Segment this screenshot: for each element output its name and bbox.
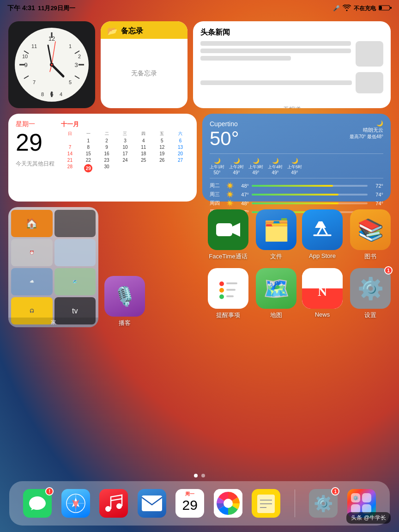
cal-cell: 19 [153,151,171,157]
applib-cell-2 [362,493,371,502]
weather-hourly: 🌙上午1时50°🌙上午2时49°🌙上午3时49°🌙上午4时49°🌙上午5时49° [210,153,383,175]
podcast-app-area: 🎙️ 播客 [104,207,145,327]
apps-grid-1: FaceTime通话 🗂️ 文件 [208,207,296,327]
weather-hour-item: 🌙上午4时49° [268,158,283,175]
svg-text:N: N [318,284,327,299]
cal-cell: 2 [98,138,116,144]
cal-cell: 21 [61,157,79,163]
music-dock-icon [99,489,128,518]
status-bar: 下午 4:31 11月29日周一 🎤 不在充电 [0,0,399,17]
files-label: 文件 [270,252,282,261]
app-news[interactable]: N News [302,268,343,319]
widget-calendar[interactable]: 星期一 29 今天无其他日程 十一月 日一二三四五六12345678910111… [8,114,197,202]
cal-header: 六 [171,130,189,137]
day-lo: 48° [237,183,249,189]
settings-icon-glyph: ⚙️ [357,276,384,301]
status-date: 11月29日周一 [38,4,75,12]
cal-cell: 7 [61,144,79,150]
svg-rect-1 [379,6,382,10]
dot-1[interactable] [194,474,198,477]
cal-cell [61,138,79,144]
appstore-svg [310,218,334,242]
app-books[interactable]: 📚 图书 [350,209,391,261]
svg-point-36 [219,294,224,299]
news-line-2 [200,49,351,53]
hour-temp: 49° [268,170,283,175]
app-files[interactable]: 🗂️ 文件 [256,209,296,261]
status-time: 下午 4:31 [7,4,35,12]
day-bar-container [252,185,368,187]
dock-cal-day: 29 [182,497,198,513]
dot-2[interactable] [201,474,205,477]
svg-rect-30 [216,223,232,236]
svg-text:6: 6 [50,91,53,98]
cal-header: 日 [61,130,79,137]
dock-app-safari[interactable] [61,489,90,518]
weather-temp: 50° [210,128,239,150]
row-3: 🏠 ⏰ ☁️ 🗺️ 🎧 tv 家 🎙️ 播客 [8,207,391,327]
cal-cell: 24 [116,157,134,163]
day-bar-container [252,202,368,204]
settings2-badge: 1 [331,487,339,495]
screenshot-widget[interactable]: 🏠 ⏰ ☁️ 🗺️ 🎧 tv 家 [8,207,98,327]
svg-text:7: 7 [33,79,36,85]
clock-svg: 12 3 6 9 1 2 5 11 10 7 4 8 [15,28,89,102]
facetime-svg [216,221,241,238]
app-maps[interactable]: 🗺️ 地图 [256,268,296,319]
day-lo: 48° [237,201,249,206]
weather-hour-item: 🌙上午2时49° [229,158,244,175]
hour-time: 上午3时 [248,164,263,170]
widget-news[interactable]: 头条新闻 无报道 [193,21,391,108]
dock-app-calendar[interactable]: 周一 29 [175,489,204,518]
status-left: 下午 4:31 11月29日周一 [7,4,75,12]
settings-icon: ⚙️ 1 [350,268,391,309]
cal-cell: 10 [116,144,134,150]
notes-folder-icon: 📂 [107,26,117,36]
dock-app-settings2[interactable]: ⚙️ 1 [309,489,338,518]
dock-app-photos[interactable] [214,489,242,518]
messages-svg [28,495,47,511]
books-label: 图书 [364,252,376,261]
dock-app-music[interactable] [99,489,128,518]
dock-app-notes[interactable] [252,489,280,518]
widget-notes[interactable]: 📂 备忘录 无备忘录 [101,21,187,108]
app-settings[interactable]: ⚙️ 1 设置 [350,268,391,319]
svg-text:11: 11 [31,43,37,49]
svg-rect-35 [226,289,236,291]
cal-cell: 6 [171,138,189,144]
news-svg: N [302,268,343,309]
dock-app-messages[interactable]: ! [23,489,52,518]
app-appstore[interactable]: App Store [302,209,343,261]
calendar-grid: 日一二三四五六123456789101112131415161718192021… [61,130,189,173]
svg-rect-47 [142,495,162,511]
calendar-right: 十一月 日一二三四五六12345678910111213141516171819… [61,120,189,195]
cal-cell: 14 [61,151,79,157]
screenshot-label: 家 [8,318,98,327]
hour-icon: 🌙 [248,158,263,164]
cal-cell: 27 [171,157,189,163]
app-reminders[interactable]: 提醒事项 [208,268,248,319]
day-bar [252,202,339,204]
wifi-icon [343,5,351,12]
notes-header: 📂 备忘录 [101,21,187,39]
hour-time: 上午5时 [287,164,302,170]
cal-cell: 8 [79,144,97,150]
app-facetime[interactable]: FaceTime通话 [208,209,248,261]
dock-app-mail[interactable] [138,489,166,518]
cal-cell: 29 [79,164,97,173]
svg-rect-33 [226,282,237,284]
app-podcasts[interactable]: 🎙️ 播客 [104,276,145,327]
news-label: News [315,311,330,318]
page-dots [194,474,205,477]
hour-time: 上午4时 [268,164,283,170]
news-line-4 [200,80,352,85]
hour-icon: 🌙 [229,158,244,164]
widget-clock[interactable]: 12 3 6 9 1 2 5 11 10 7 4 8 [8,21,95,108]
widget-weather[interactable]: Cupertino 50° 🌙 晴朗无云 最高70° 最低48° 🌙上午1时50… [202,114,391,202]
row-widgets-2: 星期一 29 今天无其他日程 十一月 日一二三四五六12345678910111… [8,114,391,202]
hour-temp: 50° [210,170,224,175]
hour-time: 上午1时 [210,164,224,170]
settings-label: 设置 [364,311,376,319]
main-layout: 12 3 6 9 1 2 5 11 10 7 4 8 [0,17,399,481]
news-line-3 [200,56,291,61]
